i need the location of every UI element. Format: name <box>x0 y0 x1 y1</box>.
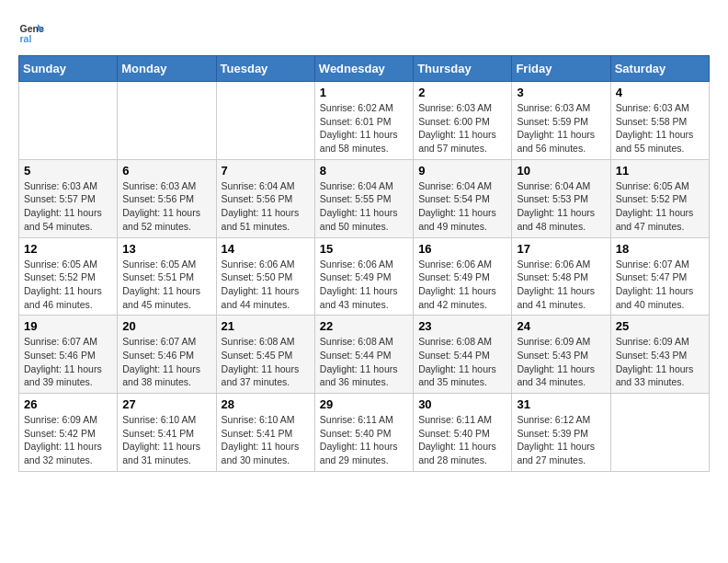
day-info: Sunrise: 6:09 AM Sunset: 5:43 PM Dayligh… <box>517 335 605 389</box>
day-number: 5 <box>24 164 112 178</box>
day-number: 18 <box>616 242 704 256</box>
day-number: 20 <box>122 319 210 333</box>
logo: Gene ral <box>18 18 50 46</box>
day-number: 29 <box>320 397 408 411</box>
weekday-header-tuesday: Tuesday <box>216 56 314 82</box>
calendar-cell: 29Sunrise: 6:11 AM Sunset: 5:40 PM Dayli… <box>314 394 413 472</box>
calendar-week-row: 1Sunrise: 6:02 AM Sunset: 6:01 PM Daylig… <box>19 82 710 160</box>
day-number: 26 <box>24 397 112 411</box>
calendar-cell: 1Sunrise: 6:02 AM Sunset: 6:01 PM Daylig… <box>314 82 413 160</box>
calendar-week-row: 26Sunrise: 6:09 AM Sunset: 5:42 PM Dayli… <box>19 394 710 472</box>
day-number: 10 <box>517 164 605 178</box>
day-info: Sunrise: 6:09 AM Sunset: 5:43 PM Dayligh… <box>616 335 704 389</box>
day-info: Sunrise: 6:06 AM Sunset: 5:50 PM Dayligh… <box>222 258 310 312</box>
weekday-header-thursday: Thursday <box>414 56 512 82</box>
day-number: 19 <box>24 319 112 333</box>
weekday-header-sunday: Sunday <box>19 56 118 82</box>
day-info: Sunrise: 6:05 AM Sunset: 5:52 PM Dayligh… <box>24 258 112 312</box>
day-number: 24 <box>517 319 605 333</box>
day-number: 31 <box>517 397 605 411</box>
calendar-cell: 3Sunrise: 6:03 AM Sunset: 5:59 PM Daylig… <box>512 82 610 160</box>
calendar-cell: 6Sunrise: 6:03 AM Sunset: 5:56 PM Daylig… <box>118 159 216 237</box>
calendar-cell: 14Sunrise: 6:06 AM Sunset: 5:50 PM Dayli… <box>216 237 314 316</box>
calendar-table: SundayMondayTuesdayWednesdayThursdayFrid… <box>18 55 710 472</box>
day-info: Sunrise: 6:04 AM Sunset: 5:53 PM Dayligh… <box>517 179 605 234</box>
calendar-cell: 20Sunrise: 6:07 AM Sunset: 5:46 PM Dayli… <box>118 316 216 394</box>
day-number: 28 <box>222 397 310 411</box>
day-number: 15 <box>320 242 408 256</box>
day-number: 17 <box>517 242 605 256</box>
day-info: Sunrise: 6:03 AM Sunset: 5:58 PM Dayligh… <box>616 101 704 155</box>
day-info: Sunrise: 6:07 AM Sunset: 5:46 PM Dayligh… <box>122 335 210 389</box>
day-info: Sunrise: 6:04 AM Sunset: 5:54 PM Dayligh… <box>418 179 506 234</box>
logo-icon: Gene ral <box>18 18 46 46</box>
svg-text:ral: ral <box>20 33 32 44</box>
weekday-header-saturday: Saturday <box>610 56 709 82</box>
calendar-cell: 7Sunrise: 6:04 AM Sunset: 5:56 PM Daylig… <box>216 159 314 237</box>
day-info: Sunrise: 6:04 AM Sunset: 5:55 PM Dayligh… <box>320 179 408 234</box>
day-number: 2 <box>418 86 506 99</box>
day-info: Sunrise: 6:02 AM Sunset: 6:01 PM Dayligh… <box>320 101 408 155</box>
calendar-header-row: SundayMondayTuesdayWednesdayThursdayFrid… <box>19 56 710 82</box>
day-info: Sunrise: 6:11 AM Sunset: 5:40 PM Dayligh… <box>320 413 408 467</box>
day-info: Sunrise: 6:03 AM Sunset: 5:59 PM Dayligh… <box>517 101 605 155</box>
day-number: 13 <box>122 242 210 256</box>
calendar-cell <box>610 394 709 472</box>
weekday-header-monday: Monday <box>118 56 216 82</box>
day-number: 30 <box>418 397 506 411</box>
weekday-header-friday: Friday <box>512 56 610 82</box>
day-info: Sunrise: 6:06 AM Sunset: 5:49 PM Dayligh… <box>418 258 506 312</box>
day-number: 14 <box>222 242 310 256</box>
calendar-week-row: 12Sunrise: 6:05 AM Sunset: 5:52 PM Dayli… <box>19 237 710 316</box>
calendar-cell <box>118 82 216 160</box>
day-info: Sunrise: 6:12 AM Sunset: 5:39 PM Dayligh… <box>517 413 605 467</box>
day-info: Sunrise: 6:10 AM Sunset: 5:41 PM Dayligh… <box>122 413 210 467</box>
day-number: 11 <box>616 164 704 178</box>
day-number: 4 <box>616 86 704 99</box>
day-info: Sunrise: 6:05 AM Sunset: 5:51 PM Dayligh… <box>122 258 210 312</box>
calendar-cell: 25Sunrise: 6:09 AM Sunset: 5:43 PM Dayli… <box>610 316 709 394</box>
day-info: Sunrise: 6:03 AM Sunset: 5:57 PM Dayligh… <box>24 179 112 234</box>
calendar-cell: 17Sunrise: 6:06 AM Sunset: 5:48 PM Dayli… <box>512 237 610 316</box>
day-info: Sunrise: 6:07 AM Sunset: 5:47 PM Dayligh… <box>616 258 704 312</box>
day-number: 27 <box>122 397 210 411</box>
calendar-cell: 30Sunrise: 6:11 AM Sunset: 5:40 PM Dayli… <box>414 394 512 472</box>
calendar-cell <box>19 82 118 160</box>
calendar-cell: 23Sunrise: 6:08 AM Sunset: 5:44 PM Dayli… <box>414 316 512 394</box>
calendar-cell: 4Sunrise: 6:03 AM Sunset: 5:58 PM Daylig… <box>610 82 709 160</box>
day-info: Sunrise: 6:04 AM Sunset: 5:56 PM Dayligh… <box>222 179 310 234</box>
calendar-cell: 16Sunrise: 6:06 AM Sunset: 5:49 PM Dayli… <box>414 237 512 316</box>
day-number: 25 <box>616 319 704 333</box>
calendar-cell: 26Sunrise: 6:09 AM Sunset: 5:42 PM Dayli… <box>19 394 118 472</box>
day-info: Sunrise: 6:10 AM Sunset: 5:41 PM Dayligh… <box>222 413 310 467</box>
calendar-cell: 24Sunrise: 6:09 AM Sunset: 5:43 PM Dayli… <box>512 316 610 394</box>
day-number: 22 <box>320 319 408 333</box>
calendar-cell: 27Sunrise: 6:10 AM Sunset: 5:41 PM Dayli… <box>118 394 216 472</box>
day-number: 1 <box>320 86 408 99</box>
day-number: 16 <box>418 242 506 256</box>
calendar-cell: 2Sunrise: 6:03 AM Sunset: 6:00 PM Daylig… <box>414 82 512 160</box>
day-info: Sunrise: 6:09 AM Sunset: 5:42 PM Dayligh… <box>24 413 112 467</box>
day-number: 21 <box>222 319 310 333</box>
day-info: Sunrise: 6:08 AM Sunset: 5:44 PM Dayligh… <box>418 335 506 389</box>
calendar-cell: 8Sunrise: 6:04 AM Sunset: 5:55 PM Daylig… <box>314 159 413 237</box>
day-info: Sunrise: 6:06 AM Sunset: 5:49 PM Dayligh… <box>320 258 408 312</box>
day-info: Sunrise: 6:03 AM Sunset: 6:00 PM Dayligh… <box>418 101 506 155</box>
day-number: 23 <box>418 319 506 333</box>
calendar-cell: 9Sunrise: 6:04 AM Sunset: 5:54 PM Daylig… <box>414 159 512 237</box>
day-info: Sunrise: 6:07 AM Sunset: 5:46 PM Dayligh… <box>24 335 112 389</box>
calendar-cell: 18Sunrise: 6:07 AM Sunset: 5:47 PM Dayli… <box>610 237 709 316</box>
calendar-week-row: 19Sunrise: 6:07 AM Sunset: 5:46 PM Dayli… <box>19 316 710 394</box>
day-number: 9 <box>418 164 506 178</box>
day-number: 8 <box>320 164 408 178</box>
calendar-week-row: 5Sunrise: 6:03 AM Sunset: 5:57 PM Daylig… <box>19 159 710 237</box>
calendar-cell: 10Sunrise: 6:04 AM Sunset: 5:53 PM Dayli… <box>512 159 610 237</box>
day-info: Sunrise: 6:08 AM Sunset: 5:45 PM Dayligh… <box>222 335 310 389</box>
calendar-cell: 28Sunrise: 6:10 AM Sunset: 5:41 PM Dayli… <box>216 394 314 472</box>
day-number: 7 <box>222 164 310 178</box>
day-number: 6 <box>122 164 210 178</box>
weekday-header-wednesday: Wednesday <box>314 56 413 82</box>
calendar-cell: 11Sunrise: 6:05 AM Sunset: 5:52 PM Dayli… <box>610 159 709 237</box>
calendar-cell: 31Sunrise: 6:12 AM Sunset: 5:39 PM Dayli… <box>512 394 610 472</box>
page-header: Gene ral <box>18 18 710 46</box>
